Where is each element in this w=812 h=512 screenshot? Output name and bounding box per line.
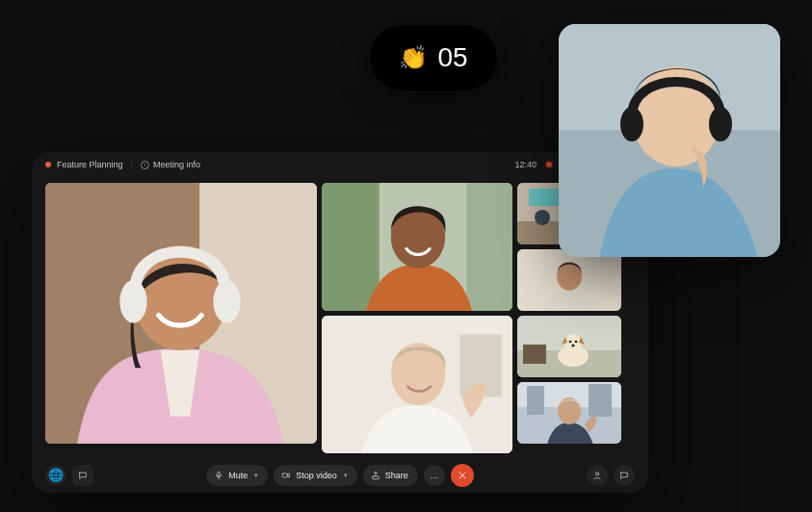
video-grid (32, 177, 648, 457)
chat-icon (78, 471, 88, 480)
share-label: Share (385, 471, 408, 480)
svg-point-22 (535, 210, 550, 225)
svg-rect-43 (372, 475, 379, 478)
svg-point-11 (119, 280, 146, 322)
mic-icon (214, 471, 223, 480)
camera-icon (281, 471, 291, 480)
end-call-button[interactable] (451, 464, 474, 487)
participant-video (559, 24, 780, 257)
video-tile-small-4[interactable] (517, 382, 621, 444)
mute-button[interactable]: Mute ▾ (206, 465, 268, 486)
svg-rect-25 (529, 189, 562, 206)
stop-video-label: Stop video (296, 471, 337, 480)
participants-icon (592, 471, 602, 480)
mute-label: Mute (228, 471, 248, 480)
video-tile-small-2[interactable] (517, 249, 621, 311)
svg-point-4 (709, 107, 732, 141)
reaction-count: 05 (437, 42, 467, 73)
svg-point-44 (595, 472, 598, 474)
meeting-status-dot (45, 162, 51, 167)
chevron-down-icon: ▾ (254, 472, 258, 479)
chat-icon (619, 471, 629, 480)
video-tile-main[interactable] (45, 183, 317, 444)
svg-point-33 (569, 341, 572, 344)
video-tile-medium-2[interactable] (322, 316, 512, 453)
svg-point-34 (575, 341, 578, 344)
globe-icon: 🌐 (48, 468, 64, 482)
window-titlebar: Feature Planning | i Meeting info 12:40 (32, 152, 648, 177)
language-button[interactable]: 🌐 (45, 465, 66, 486)
meeting-info-label: Meeting info (153, 160, 200, 169)
clap-emoji: 👏 (399, 44, 428, 71)
svg-rect-30 (523, 345, 546, 364)
more-button[interactable]: … (424, 465, 445, 486)
stop-video-button[interactable]: Stop video ▾ (274, 465, 357, 486)
record-indicator (544, 160, 554, 169)
chat-panel-button[interactable] (614, 465, 635, 486)
svg-rect-15 (466, 183, 512, 311)
participants-button[interactable] (587, 465, 608, 486)
meeting-window: Feature Planning | i Meeting info 12:40 (32, 152, 648, 493)
meeting-title: Feature Planning (57, 160, 123, 169)
svg-rect-42 (282, 474, 287, 477)
svg-point-35 (571, 345, 574, 347)
share-icon (371, 471, 380, 480)
end-call-icon (457, 470, 468, 481)
chat-toggle-button[interactable] (72, 465, 93, 486)
video-tile-medium-1[interactable] (322, 183, 512, 311)
svg-rect-39 (589, 384, 612, 417)
svg-point-12 (213, 280, 240, 322)
chevron-down-icon: ▾ (344, 472, 348, 479)
video-tile-small-3[interactable] (517, 316, 621, 377)
meeting-info-button[interactable]: i Meeting info (141, 160, 200, 169)
svg-rect-14 (322, 183, 380, 311)
more-icon: … (430, 471, 438, 480)
svg-rect-38 (527, 386, 544, 415)
reaction-badge: 👏 05 (370, 25, 497, 90)
meeting-time: 12:40 (514, 160, 537, 169)
control-bar: 🌐 Mute ▾ Stop video ▾ Share … (32, 457, 648, 493)
floating-participant-card (559, 24, 780, 257)
svg-point-3 (620, 107, 643, 141)
info-icon: i (141, 161, 149, 169)
share-button[interactable]: Share (363, 465, 418, 486)
svg-rect-41 (218, 472, 221, 476)
titlebar-separator: | (131, 160, 133, 169)
